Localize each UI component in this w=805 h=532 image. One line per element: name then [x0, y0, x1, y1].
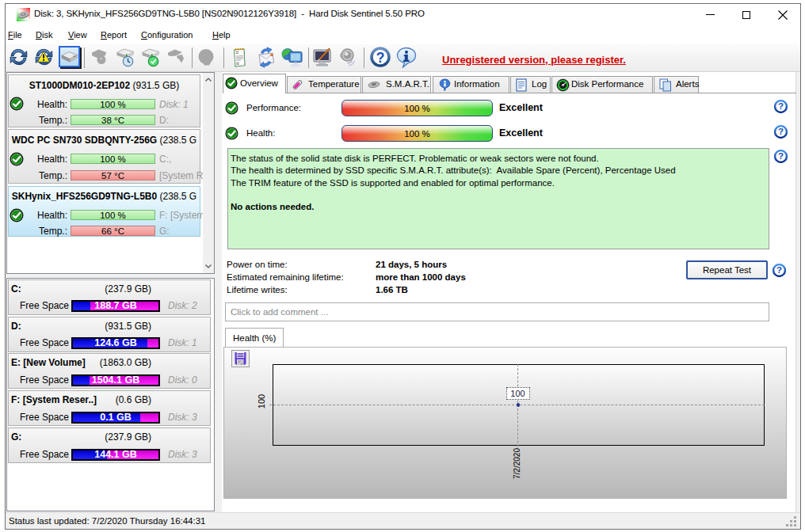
- svg-text:?: ?: [778, 101, 784, 111]
- svg-text:?: ?: [376, 50, 385, 66]
- svg-text:?: ?: [778, 127, 784, 136]
- svg-text:?: ?: [776, 265, 782, 275]
- svg-text:?: ?: [778, 151, 784, 161]
